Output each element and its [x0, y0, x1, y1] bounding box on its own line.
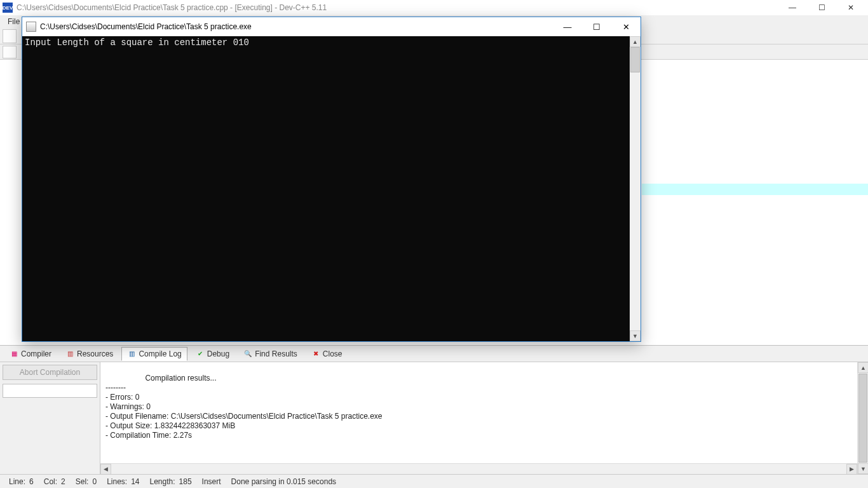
tab-label: Compiler	[21, 349, 51, 358]
console-body: Input Length of a square in centimeter 0…	[22, 36, 641, 341]
compile-log-output[interactable]: Compilation results... -------- - Errors…	[100, 362, 868, 474]
tab-label: Resources	[77, 349, 113, 358]
ide-close-button[interactable]: ✕	[836, 0, 865, 15]
console-app-icon	[26, 22, 36, 32]
tab-label: Close	[323, 349, 342, 358]
console-vertical-scrollbar[interactable]: ▲ ▼	[630, 36, 641, 341]
status-length: Length:185	[145, 477, 197, 486]
debug-icon	[196, 349, 205, 358]
close-icon	[311, 349, 320, 358]
abort-compilation-button[interactable]: Abort Compilation	[3, 365, 97, 380]
editor-line-highlight	[642, 184, 868, 195]
tab-label: Find Results	[255, 349, 297, 358]
scroll-down-icon[interactable]: ▼	[630, 330, 641, 341]
toolbar-btn-1[interactable]	[3, 29, 17, 43]
devcpp-logo-icon: DEV	[3, 3, 13, 13]
scroll-thumb[interactable]	[630, 47, 640, 72]
scroll-up-icon[interactable]: ▲	[630, 36, 641, 47]
scroll-thumb[interactable]	[858, 374, 867, 463]
panel-sidebar: Abort Compilation	[0, 362, 100, 474]
bottom-panel: Compiler Resources Compile Log Debug Fin…	[0, 345, 868, 474]
ide-maximize-button[interactable]: ☐	[807, 0, 836, 15]
tab-resources[interactable]: Resources	[60, 347, 119, 361]
tab-debug[interactable]: Debug	[190, 347, 235, 361]
tab-label: Debug	[207, 349, 229, 358]
tab-label: Compile Log	[139, 349, 181, 358]
find-icon	[243, 349, 252, 358]
status-sel: Sel:0	[71, 477, 102, 486]
console-maximize-button[interactable]: ☐	[582, 17, 611, 36]
log-vertical-scrollbar[interactable]: ▲ ▼	[857, 362, 868, 474]
statusbar: Line:6 Col:2 Sel:0 Lines:14 Length:185 I…	[0, 474, 868, 488]
log-horizontal-scrollbar[interactable]: ◀ ▶	[100, 463, 857, 474]
compile-log-icon	[127, 349, 136, 358]
log-text: Compilation results... -------- - Errors…	[105, 374, 383, 440]
console-close-button[interactable]: ✕	[611, 17, 641, 36]
console-title: C:\Users\Cidses\Documents\Elcid Practice…	[40, 22, 553, 31]
compiler-icon	[10, 349, 18, 358]
panel-field[interactable]	[3, 384, 97, 398]
status-insert: Insert	[197, 477, 226, 486]
scroll-down-icon[interactable]: ▼	[858, 463, 868, 474]
scroll-up-icon[interactable]: ▲	[858, 362, 868, 373]
tab-compiler[interactable]: Compiler	[4, 347, 57, 361]
tab-close[interactable]: Close	[306, 347, 348, 361]
toolbar-btn-2[interactable]	[3, 46, 17, 58]
scroll-track[interactable]	[111, 464, 846, 475]
tab-find-results[interactable]: Find Results	[238, 347, 303, 361]
scroll-right-icon[interactable]: ▶	[846, 464, 857, 475]
panel-tabs: Compiler Resources Compile Log Debug Fin…	[0, 346, 868, 362]
panel-body: Abort Compilation Compilation results...…	[0, 362, 868, 474]
status-line: Line:6	[4, 477, 39, 486]
status-col: Col:2	[39, 477, 71, 486]
console-minimize-button[interactable]: —	[553, 17, 582, 36]
console-window[interactable]: C:\Users\Cidses\Documents\Elcid Practice…	[22, 17, 641, 342]
status-lines: Lines:14	[102, 477, 144, 486]
status-parse-msg: Done parsing in 0.015 seconds	[226, 477, 341, 486]
ide-titlebar[interactable]: DEV C:\Users\Cidses\Documents\Elcid Prac…	[0, 0, 868, 15]
console-titlebar[interactable]: C:\Users\Cidses\Documents\Elcid Practice…	[22, 17, 641, 36]
ide-title: C:\Users\Cidses\Documents\Elcid Practice…	[17, 3, 778, 12]
resources-icon	[65, 349, 74, 358]
scroll-left-icon[interactable]: ◀	[100, 464, 111, 475]
ide-minimize-button[interactable]: —	[778, 0, 807, 15]
tab-compile-log[interactable]: Compile Log	[121, 347, 187, 361]
console-output[interactable]: Input Length of a square in centimeter 0…	[22, 36, 630, 341]
scroll-track[interactable]	[630, 47, 641, 330]
